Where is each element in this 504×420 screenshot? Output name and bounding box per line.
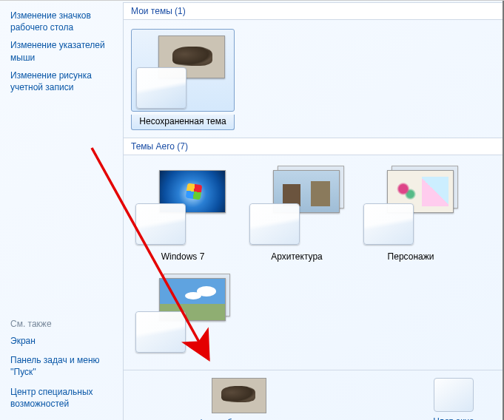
theme-label (131, 358, 235, 362)
sidebar: Изменение значков рабочего стола Изменен… (0, 1, 120, 420)
desktop-background-item[interactable]: Фон рабочего стола Фоновый рисунок средс… (128, 378, 350, 420)
window-color-thumb (434, 378, 474, 412)
section-my-themes-header: Мои темы (1) (124, 2, 503, 20)
section-aero-themes-header: Темы Aero (7) (124, 138, 503, 155)
sidebar-link-display[interactable]: Экран (10, 331, 110, 350)
sidebar-link-account-picture[interactable]: Изменение рисунка учетной записи (10, 67, 110, 96)
theme-label: Персонажи (359, 250, 463, 265)
sidebar-link-mouse-pointers[interactable]: Изменение указателей мыши (10, 36, 110, 66)
theme-tile-windows7[interactable]: Windows 7 (131, 164, 235, 265)
sidebar-link-desktop-icons[interactable]: Изменение значков рабочего стола (10, 7, 110, 36)
sidebar-link-ease-of-access[interactable]: Центр специальных возможностей (10, 382, 110, 413)
color-swatch (135, 203, 186, 245)
theme-label: Windows 7 (131, 250, 235, 265)
window-color-item[interactable]: Цвет окна Небо (409, 378, 498, 420)
see-also-label: См. также (10, 314, 110, 331)
window-color-link[interactable]: Цвет окна (433, 416, 474, 420)
color-swatch (249, 203, 300, 245)
color-swatch (135, 311, 186, 353)
color-swatch (136, 67, 187, 109)
content-area: Мои темы (1) Несохраненная тема Темы Aer… (120, 1, 504, 420)
bottom-panel: Фон рабочего стола Фоновый рисунок средс… (124, 370, 503, 420)
theme-label: Несохраненная тема (131, 115, 235, 130)
theme-tile-unsaved[interactable]: Несохраненная тема (131, 29, 235, 130)
theme-tile-landscapes[interactable] (131, 272, 235, 362)
theme-tile-characters[interactable]: Персонажи (359, 164, 463, 265)
desktop-background-thumb (212, 378, 266, 413)
sidebar-link-taskbar[interactable]: Панель задач и меню ''Пуск'' (10, 350, 110, 381)
theme-label: Архитектура (245, 250, 349, 265)
theme-tile-architecture[interactable]: Архитектура (245, 164, 349, 265)
color-swatch (363, 203, 414, 245)
